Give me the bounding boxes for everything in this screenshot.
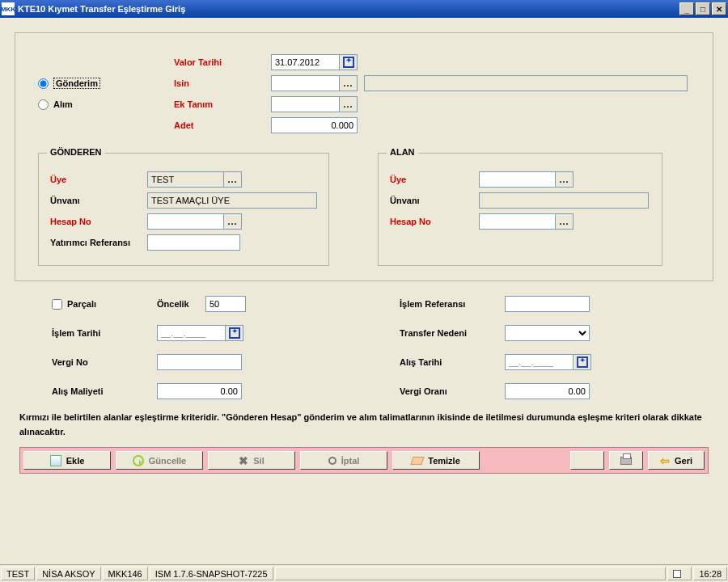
alismaliyet-input[interactable] <box>157 383 242 399</box>
alan-group: ALAN Üye ... Ünvanı Hesap No ... <box>378 153 662 266</box>
islemtarih-input[interactable] <box>157 325 226 341</box>
gonderen-uye-label: Üye <box>50 175 147 184</box>
print-button[interactable] <box>609 451 643 470</box>
gonderim-radio[interactable]: Gönderim <box>38 78 100 89</box>
sil-button[interactable]: ✖Sil <box>208 451 295 470</box>
gonderen-hesap-lookup-button[interactable]: ... <box>224 213 242 230</box>
isin-label: Isin <box>174 78 271 88</box>
minimize-button[interactable]: _ <box>679 2 694 15</box>
oncelik-input[interactable] <box>205 296 246 312</box>
status-user-code: TEST <box>1 567 35 580</box>
alim-radio[interactable]: Alım <box>38 99 73 110</box>
gonderim-radio-input[interactable] <box>38 78 49 89</box>
alistarih-input[interactable] <box>505 354 574 370</box>
transferneden-label: Transfer Nedeni <box>400 328 505 338</box>
vergino-label: Vergi No <box>52 357 157 367</box>
geri-button[interactable]: ⇦Geri <box>648 451 705 470</box>
parcali-checkbox[interactable] <box>52 299 62 310</box>
alan-hesap-input[interactable] <box>479 213 556 230</box>
islemref-label: İşlem Referansı <box>400 299 505 309</box>
close-button[interactable]: ✕ <box>712 2 726 15</box>
gonderen-yref-input[interactable] <box>147 234 240 251</box>
print-icon <box>620 457 632 465</box>
delete-icon: ✖ <box>239 455 248 466</box>
vergioran-input[interactable] <box>505 383 590 399</box>
gonderen-uye-input <box>147 171 224 188</box>
adet-label: Adet <box>174 120 271 130</box>
status-filler <box>275 567 667 580</box>
islemtarih-label: İşlem Tarihi <box>52 328 157 338</box>
valor-tarihi-label: Valor Tarihi <box>174 57 271 67</box>
alan-unvan-display <box>479 192 649 209</box>
window-title: KTE10 Kıymet Transfer Eşleştirme Giriş <box>18 4 679 14</box>
oncelik-label: Öncelik <box>157 299 205 309</box>
iptal-button[interactable]: İptal <box>300 451 387 470</box>
main-panel: Valor Tarihi Gönderim Isin ... Alım <box>15 32 713 281</box>
status-bar: TEST NİSA AKSOY MKK146 ISM 1.7.6-SNAPSHO… <box>0 564 728 582</box>
gonderen-group: GÖNDEREN Üye ... Ünvanı Hesap No ... Yat… <box>38 153 329 266</box>
alim-radio-label: Alım <box>53 99 73 109</box>
alan-caption: ALAN <box>387 147 418 157</box>
valor-tarihi-calendar-button[interactable] <box>340 54 358 70</box>
isin-desc-display <box>364 75 688 91</box>
status-terminal: MKK146 <box>103 567 148 580</box>
app-icon: MKK <box>2 2 15 15</box>
gonderim-radio-label: Gönderim <box>53 78 100 89</box>
alan-hesap-lookup-button[interactable]: ... <box>556 213 574 230</box>
cancel-icon <box>328 457 336 465</box>
isin-input[interactable] <box>271 75 340 91</box>
gonderen-caption: GÖNDEREN <box>47 147 105 157</box>
status-time: 16:28 <box>693 567 727 580</box>
gonderen-hesap-label: Hesap No <box>50 217 147 226</box>
gonderen-unvan-display <box>147 192 317 209</box>
calendar-icon <box>229 327 240 339</box>
title-bar: MKK KTE10 Kıymet Transfer Eşleştirme Gir… <box>0 0 728 18</box>
calendar-icon <box>577 356 588 368</box>
ek-tanim-lookup-button[interactable]: ... <box>340 96 358 112</box>
alan-hesap-label: Hesap No <box>390 217 479 226</box>
gonderen-yref-label: Yatırımcı Referansı <box>50 238 147 247</box>
clear-icon <box>410 457 425 465</box>
parcali-label: Parçalı <box>67 299 96 309</box>
indicator-icon <box>673 570 681 578</box>
alan-uye-input[interactable] <box>479 171 556 188</box>
valor-tarihi-input[interactable] <box>271 54 340 70</box>
ekle-button[interactable]: Ekle <box>23 451 111 470</box>
islemref-input[interactable] <box>505 296 590 312</box>
ek-tanim-input[interactable] <box>271 96 340 112</box>
islemtarih-calendar-button[interactable] <box>226 325 243 341</box>
transferneden-select[interactable] <box>505 325 590 341</box>
alan-uye-lookup-button[interactable]: ... <box>556 171 574 188</box>
alismaliyet-label: Alış Maliyeti <box>52 386 157 396</box>
update-icon <box>133 455 144 466</box>
status-version: ISM 1.7.6-SNAPSHOT-7225 <box>150 567 273 580</box>
alistarih-calendar-button[interactable] <box>574 354 591 370</box>
footer-note: Kırmızı ile belirtilen alanlar eşleştirm… <box>19 411 709 439</box>
action-toolbar: Ekle Güncelle ✖Sil İptal Temizle ⇦Geri <box>19 447 709 474</box>
ek-tanim-label: Ek Tanım <box>174 99 271 109</box>
alim-radio-input[interactable] <box>38 99 49 110</box>
temizle-button[interactable]: Temizle <box>392 451 480 470</box>
gonderen-hesap-input[interactable] <box>147 213 224 230</box>
gonderen-uye-lookup-button[interactable]: ... <box>224 171 242 188</box>
status-user-name: NİSA AKSOY <box>36 567 100 580</box>
back-icon: ⇦ <box>660 455 670 466</box>
aux-button[interactable] <box>570 451 604 470</box>
gonderen-unvan-label: Ünvanı <box>50 196 147 205</box>
calendar-icon <box>343 57 354 68</box>
vergino-input[interactable] <box>157 354 242 370</box>
lower-fields: Parçalı Öncelik İşlem Referansı İşlem Ta… <box>52 296 691 399</box>
alistarih-label: Alış Tarihi <box>400 357 505 367</box>
new-icon <box>50 455 61 466</box>
isin-lookup-button[interactable]: ... <box>340 75 358 91</box>
maximize-button[interactable]: □ <box>696 2 710 15</box>
vergioran-label: Vergi Oranı <box>400 386 505 396</box>
alan-unvan-label: Ünvanı <box>390 196 479 205</box>
adet-input[interactable] <box>271 117 358 133</box>
status-indicator <box>667 567 692 580</box>
guncelle-button[interactable]: Güncelle <box>116 451 203 470</box>
alan-uye-label: Üye <box>390 175 479 184</box>
